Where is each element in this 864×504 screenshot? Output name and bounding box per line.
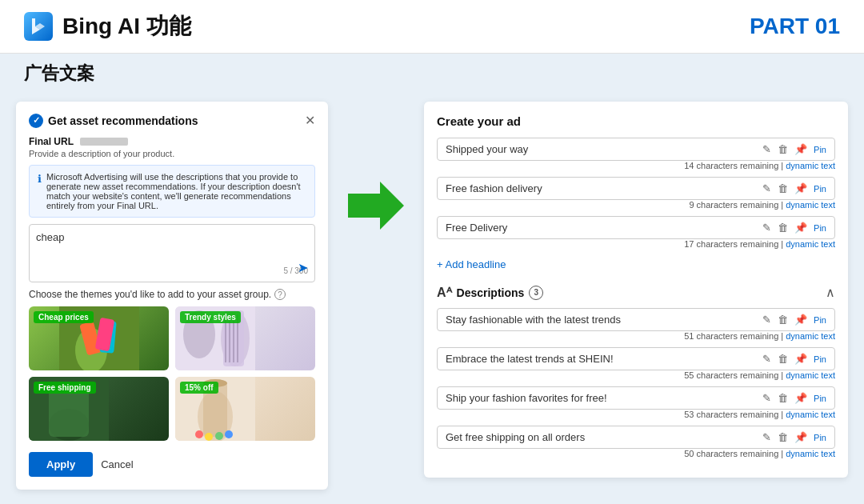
desc-pin-icon-2[interactable]: 📌 <box>794 353 807 365</box>
theme-15off-label: 15% off <box>180 382 218 394</box>
description-input-1[interactable]: Stay fashionable with the latest trends … <box>437 308 835 331</box>
desc-edit-icon-2[interactable]: ✎ <box>762 353 771 365</box>
description-row-3: Ship your fashion favorites for free! ✎ … <box>437 386 835 419</box>
info-icon: ℹ <box>38 173 42 210</box>
themes-label: Choose the themes you'd like to add to y… <box>29 289 315 300</box>
theme-card-cheap[interactable]: Cheap prices <box>29 306 169 370</box>
cancel-button[interactable]: Cancel <box>101 458 133 470</box>
desc-edit-icon-4[interactable]: ✎ <box>762 431 771 443</box>
delete-icon-2[interactable]: 🗑 <box>778 182 788 194</box>
edit-icon-2[interactable]: ✎ <box>762 182 771 194</box>
description-input-2[interactable]: Embrace the latest trends at SHEIN! ✎ 🗑 … <box>437 347 835 370</box>
final-url-label: Final URL <box>29 136 315 147</box>
part-label: PART 01 <box>750 14 840 39</box>
check-circle-icon: ✓ <box>29 114 43 128</box>
desc-pin-text-4[interactable]: Pin <box>814 433 826 442</box>
desc-pin-icon-3[interactable]: 📌 <box>794 392 807 404</box>
send-icon[interactable]: ➤ <box>298 260 308 275</box>
headline-icons-3: ✎ 🗑 📌 Pin <box>762 222 826 234</box>
descriptions-section: Aᴬ Descriptions 3 ∧ Stay fashionable wit… <box>437 285 835 458</box>
headline-input-2[interactable]: Free fashion delivery ✎ 🗑 📌 Pin <box>437 177 835 200</box>
desc-delete-icon-4[interactable]: 🗑 <box>778 431 788 443</box>
add-headline-text: + Add headline <box>437 258 506 270</box>
pin-text-3[interactable]: Pin <box>814 223 826 233</box>
final-url-section: Final URL Provide a description of your … <box>29 136 315 158</box>
dynamic-text-1[interactable]: dynamic text <box>786 161 835 170</box>
headlines-section: Shipped your way ✎ 🗑 📌 Pin 14 characters… <box>437 138 835 274</box>
desc-edit-icon-3[interactable]: ✎ <box>762 392 771 404</box>
panel-title: ✓ Get asset recommendations <box>29 114 198 128</box>
close-button[interactable]: ✕ <box>305 113 315 128</box>
headline-chars-1: 14 characters remaining | dynamic text <box>437 161 835 170</box>
url-placeholder <box>80 138 128 146</box>
headline-row-2: Free fashion delivery ✎ 🗑 📌 Pin 9 charac… <box>437 177 835 210</box>
pin-text-2[interactable]: Pin <box>814 184 826 194</box>
theme-card-15off[interactable]: 15% off <box>175 377 315 441</box>
add-headline-button[interactable]: + Add headline <box>437 255 835 274</box>
description-textarea-container: cheap 5 / 300 ➤ <box>29 224 315 282</box>
dynamic-text-3[interactable]: dynamic text <box>786 239 835 249</box>
headline-text-2: Free fashion delivery <box>446 182 758 194</box>
collapse-icon[interactable]: ∧ <box>826 285 835 300</box>
description-row-4: Get free shipping on all orders ✎ 🗑 📌 Pi… <box>437 426 835 458</box>
headline-row-1: Shipped your way ✎ 🗑 📌 Pin 14 characters… <box>437 138 835 170</box>
desc-chars-2: 55 characters remaining | dynamic text <box>437 370 835 380</box>
desc-chars-4: 50 characters remaining | dynamic text <box>437 449 835 458</box>
desc-pin-icon-1[interactable]: 📌 <box>794 314 807 326</box>
apply-button[interactable]: Apply <box>29 452 93 477</box>
header: Bing AI 功能 PART 01 <box>0 0 864 54</box>
description-row-2: Embrace the latest trends at SHEIN! ✎ 🗑 … <box>437 347 835 380</box>
theme-card-trendy[interactable]: Trendy styles <box>175 306 315 370</box>
desc-delete-icon-1[interactable]: 🗑 <box>778 314 788 326</box>
desc-delete-icon-3[interactable]: 🗑 <box>778 392 788 404</box>
headline-row-3: Free Delivery ✎ 🗑 📌 Pin 17 characters re… <box>437 216 835 249</box>
desc-pin-text-3[interactable]: Pin <box>814 394 826 403</box>
pin-icon-2[interactable]: 📌 <box>794 182 807 194</box>
delete-icon-1[interactable]: 🗑 <box>778 143 788 155</box>
header-left: Bing AI 功能 <box>24 11 191 42</box>
desc-dynamic-3[interactable]: dynamic text <box>786 410 835 419</box>
pin-text-1[interactable]: Pin <box>814 145 826 154</box>
desc-chars-3: 53 characters remaining | dynamic text <box>437 410 835 419</box>
panel-title-text: Get asset recommendations <box>48 114 198 127</box>
desc-icons-4: ✎ 🗑 📌 Pin <box>762 431 826 443</box>
headline-input-1[interactable]: Shipped your way ✎ 🗑 📌 Pin <box>437 138 835 161</box>
svg-point-27 <box>205 433 213 441</box>
description-text-2: Embrace the latest trends at SHEIN! <box>446 353 758 365</box>
headline-icons-2: ✎ 🗑 📌 Pin <box>762 182 826 194</box>
desc-delete-icon-2[interactable]: 🗑 <box>778 353 788 365</box>
panel-header: ✓ Get asset recommendations ✕ <box>29 113 315 128</box>
theme-shipping-label: Free shipping <box>34 382 96 394</box>
description-textarea[interactable]: cheap <box>36 231 308 263</box>
delete-icon-3[interactable]: 🗑 <box>778 222 788 234</box>
info-text: Microsoft Advertising will use the descr… <box>46 172 306 210</box>
edit-icon-1[interactable]: ✎ <box>762 143 771 155</box>
desc-pin-text-1[interactable]: Pin <box>814 315 826 325</box>
desc-pin-icon-4[interactable]: 📌 <box>794 431 807 443</box>
left-panel: ✓ Get asset recommendations ✕ Final URL … <box>16 102 328 490</box>
action-buttons: Apply Cancel <box>29 452 315 477</box>
description-input-4[interactable]: Get free shipping on all orders ✎ 🗑 📌 Pi… <box>437 426 835 449</box>
desc-pin-text-2[interactable]: Pin <box>814 354 826 364</box>
help-icon: ? <box>274 289 286 300</box>
descriptions-header: Aᴬ Descriptions 3 ∧ <box>437 285 835 300</box>
pin-icon-1[interactable]: 📌 <box>794 143 807 155</box>
headline-input-3[interactable]: Free Delivery ✎ 🗑 📌 Pin <box>437 216 835 239</box>
headline-text-3: Free Delivery <box>446 222 758 234</box>
desc-dynamic-2[interactable]: dynamic text <box>786 370 835 380</box>
pin-icon-3[interactable]: 📌 <box>794 222 807 234</box>
headline-chars-2: 9 characters remaining | dynamic text <box>437 200 835 210</box>
arrow-container <box>344 102 408 230</box>
desc-edit-icon-1[interactable]: ✎ <box>762 314 771 326</box>
theme-card-shipping[interactable]: Free shipping <box>29 377 169 441</box>
description-input-3[interactable]: Ship your fashion favorites for free! ✎ … <box>437 386 835 410</box>
dynamic-text-2[interactable]: dynamic text <box>786 200 835 210</box>
desc-dynamic-1[interactable]: dynamic text <box>786 331 835 341</box>
bing-logo-icon <box>24 12 53 41</box>
description-text-1: Stay fashionable with the latest trends <box>446 314 758 326</box>
svg-point-29 <box>225 430 233 438</box>
desc-dynamic-4[interactable]: dynamic text <box>786 449 835 458</box>
desc-icons-3: ✎ 🗑 📌 Pin <box>762 392 826 404</box>
descriptions-title: Aᴬ Descriptions 3 <box>437 285 543 300</box>
edit-icon-3[interactable]: ✎ <box>762 222 771 234</box>
